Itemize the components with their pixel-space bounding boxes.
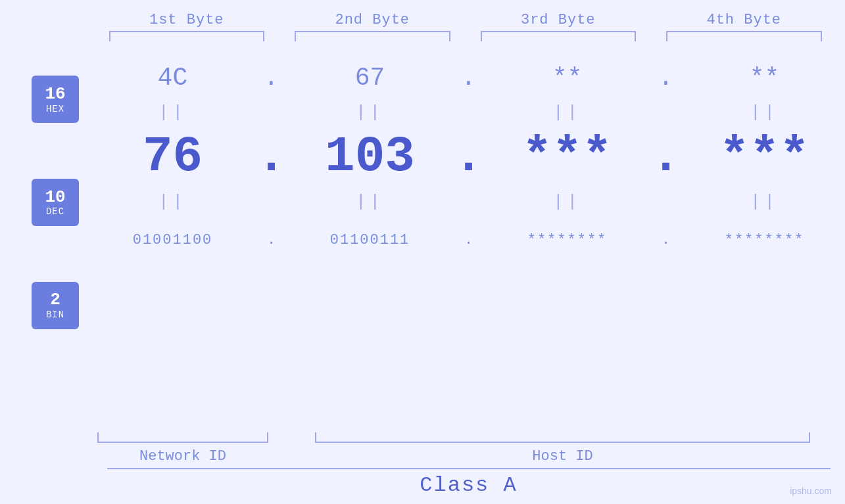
hex-b2: 67 xyxy=(289,64,450,92)
dec-dot1: . xyxy=(253,129,289,185)
eq2-b4: || xyxy=(684,192,845,212)
badges-column: 16 HEX 10 DEC 2 BIN xyxy=(0,48,92,357)
byte4-header: 4th Byte xyxy=(661,12,827,28)
hex-badge-label: HEX xyxy=(46,104,64,114)
byte1-top-bracket xyxy=(109,31,265,43)
hex-badge: 16 HEX xyxy=(32,76,79,123)
dec-row: 76 . 103 . *** . *** xyxy=(92,124,845,190)
eq1-b3: || xyxy=(487,103,648,122)
bin-b4: ******** xyxy=(684,232,845,248)
class-label: Class A xyxy=(420,473,517,497)
bin-badge-label: BIN xyxy=(46,309,64,320)
bottom-labels: Network ID Host ID xyxy=(92,448,815,465)
hex-badge-num: 16 xyxy=(45,85,65,104)
eq1-b1: || xyxy=(92,103,253,122)
hex-b3: ** xyxy=(487,64,648,92)
class-row: Class A xyxy=(92,468,845,497)
bin-row: 01001100 . 01100111 . ******** . xyxy=(92,214,845,266)
byte2-top-bracket xyxy=(295,31,450,43)
bottom-section: Network ID Host ID xyxy=(0,430,845,465)
eq2-b2: || xyxy=(289,192,450,212)
bin-b2: 01100111 xyxy=(289,232,450,248)
host-id-label: Host ID xyxy=(315,448,810,465)
class-line xyxy=(107,468,831,469)
eq2-b1: || xyxy=(92,192,253,212)
bin-b3: ******** xyxy=(487,232,648,248)
host-bracket xyxy=(315,430,810,443)
bin-dot1: . xyxy=(253,232,289,248)
bottom-brackets xyxy=(92,430,815,443)
hex-dot2: . xyxy=(450,64,487,92)
dec-badge-label: DEC xyxy=(46,206,64,217)
bin-badge: 2 BIN xyxy=(32,282,79,329)
hex-dot1: . xyxy=(253,64,289,92)
byte1-header: 1st Byte xyxy=(104,12,270,28)
data-area: 4C . 67 . ** . ** xyxy=(92,48,845,357)
network-id-label: Network ID xyxy=(97,448,268,465)
dec-b1: 76 xyxy=(92,129,253,185)
equals-row-2: || || || || xyxy=(92,190,845,214)
bin-badge-num: 2 xyxy=(50,290,60,309)
byte3-top-bracket xyxy=(481,31,637,43)
dec-badge: 10 DEC xyxy=(32,179,79,226)
equals-row-1: || || || || xyxy=(92,101,845,124)
eq2-b3: || xyxy=(487,192,648,212)
byte3-header: 3rd Byte xyxy=(475,12,642,28)
dec-b3: *** xyxy=(487,129,648,185)
byte4-top-bracket xyxy=(666,31,822,43)
bin-dot2: . xyxy=(450,232,487,248)
watermark: ipshu.com xyxy=(790,486,832,496)
hex-row: 4C . 67 . ** . ** xyxy=(92,55,845,101)
dec-b2: 103 xyxy=(289,129,450,185)
eq1-b4: || xyxy=(684,103,845,122)
dec-dot3: . xyxy=(648,129,684,185)
dec-dot2: . xyxy=(450,129,487,185)
byte2-header: 2nd Byte xyxy=(289,12,456,28)
hex-b1: 4C xyxy=(92,64,253,92)
eq1-b2: || xyxy=(289,103,450,122)
bin-dot3: . xyxy=(648,232,684,248)
bin-b1: 01001100 xyxy=(92,232,253,248)
dec-badge-num: 10 xyxy=(45,188,65,207)
hex-b4: ** xyxy=(684,64,845,92)
hex-dot3: . xyxy=(648,64,684,92)
network-bracket xyxy=(97,430,268,443)
dec-b4: *** xyxy=(684,129,845,185)
